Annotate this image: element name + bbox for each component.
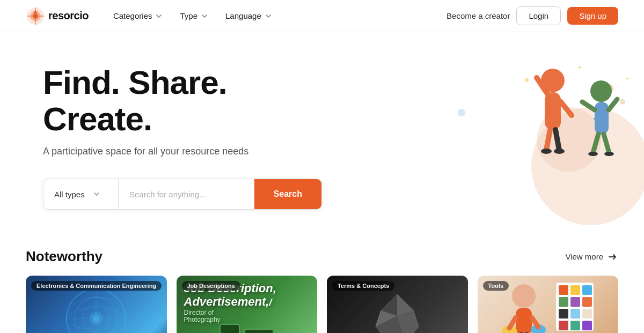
card-2-tag: Job Descriptions: [182, 281, 240, 291]
svg-line-16: [546, 130, 550, 150]
view-more-link[interactable]: View more: [565, 251, 618, 263]
svg-line-17: [555, 130, 559, 150]
noteworthy-card-2[interactable]: Job Description, Advertisement,/ Directo…: [177, 276, 318, 333]
svg-point-18: [541, 149, 552, 154]
card-2-devices: [219, 324, 274, 333]
svg-rect-58: [582, 321, 592, 330]
logo-icon: [26, 6, 45, 26]
nav-actions: Become a creator Login Sign up: [447, 6, 618, 25]
svg-rect-52: [582, 297, 592, 307]
svg-rect-55: [582, 309, 592, 319]
svg-rect-51: [570, 297, 580, 307]
nav-categories-button[interactable]: Categories: [106, 7, 171, 25]
svg-point-27: [604, 152, 614, 156]
search-submit-button[interactable]: Search: [254, 179, 321, 209]
cards-row: Electronics & Communication Engineering …: [26, 276, 618, 333]
svg-point-9: [620, 99, 625, 105]
card-4-tag: Tools: [483, 281, 509, 291]
login-button[interactable]: Login: [516, 6, 561, 25]
svg-text:✦: ✦: [577, 64, 582, 71]
svg-rect-53: [559, 309, 568, 319]
search-bar: All types Search: [43, 179, 322, 210]
navbar: resorcio Categories Type Language Become…: [0, 0, 644, 32]
svg-point-59: [512, 284, 536, 308]
nav-links: Categories Type Language: [106, 7, 447, 25]
chevron-down-icon: [92, 190, 101, 198]
noteworthy-card-3[interactable]: Terms & Concepts: [327, 276, 468, 333]
svg-point-19: [554, 149, 565, 154]
svg-rect-50: [559, 297, 568, 307]
svg-point-11: [458, 109, 465, 116]
noteworthy-header: Noteworthy View more: [26, 248, 618, 265]
view-more-label: View more: [565, 252, 603, 261]
search-input[interactable]: [119, 179, 254, 209]
nav-language-button[interactable]: Language: [218, 7, 280, 25]
svg-rect-54: [570, 309, 580, 319]
chevron-down-icon: [155, 12, 163, 20]
noteworthy-card-4[interactable]: Tools: [478, 276, 619, 333]
noteworthy-title: Noteworthy: [26, 248, 103, 265]
nav-language-label: Language: [225, 11, 261, 20]
svg-point-26: [588, 152, 598, 156]
svg-rect-49: [582, 285, 592, 295]
search-type-dropdown[interactable]: All types: [43, 179, 119, 209]
svg-rect-48: [570, 285, 580, 295]
nav-categories-label: Categories: [113, 11, 152, 20]
chevron-down-icon: [265, 12, 272, 20]
svg-rect-60: [516, 308, 532, 333]
noteworthy-card-1[interactable]: Electronics & Communication Engineering: [26, 276, 167, 333]
nav-type-label: Type: [180, 11, 197, 20]
hero-illustration: ✦ ✦ ✦: [419, 32, 644, 225]
tablet-icon-shape: [244, 329, 274, 333]
svg-rect-56: [559, 321, 568, 330]
hero-title: Find. Share. Create.: [43, 64, 322, 137]
card-1-tag: Electronics & Communication Engineering: [31, 281, 162, 291]
noteworthy-section: Noteworthy View more: [0, 231, 644, 333]
phone-icon-shape: [219, 324, 240, 333]
svg-text:✦: ✦: [625, 76, 630, 82]
svg-point-39: [93, 315, 99, 322]
nav-type-button[interactable]: Type: [172, 7, 216, 25]
svg-rect-47: [559, 285, 568, 295]
hero-subtitle: A participative space for all your resou…: [43, 146, 322, 157]
search-type-label: All types: [54, 190, 85, 199]
hero-section: ✦ ✦ ✦ Find. Share. Create. A participati…: [0, 32, 644, 231]
svg-line-64: [532, 317, 538, 327]
svg-text:✦: ✦: [523, 76, 530, 85]
hero-text: Find. Share. Create. A participative spa…: [43, 64, 322, 210]
svg-point-20: [590, 80, 612, 102]
arrow-right-icon: [606, 251, 618, 263]
svg-rect-57: [570, 321, 580, 330]
become-creator-link[interactable]: Become a creator: [447, 11, 510, 20]
card-3-tag: Terms & Concepts: [332, 281, 394, 291]
chevron-down-icon: [201, 12, 208, 20]
signup-button[interactable]: Sign up: [567, 7, 618, 25]
logo-text: resorcio: [48, 10, 89, 22]
logo-link[interactable]: resorcio: [26, 6, 89, 26]
svg-line-23: [609, 99, 617, 110]
svg-line-63: [509, 317, 516, 328]
